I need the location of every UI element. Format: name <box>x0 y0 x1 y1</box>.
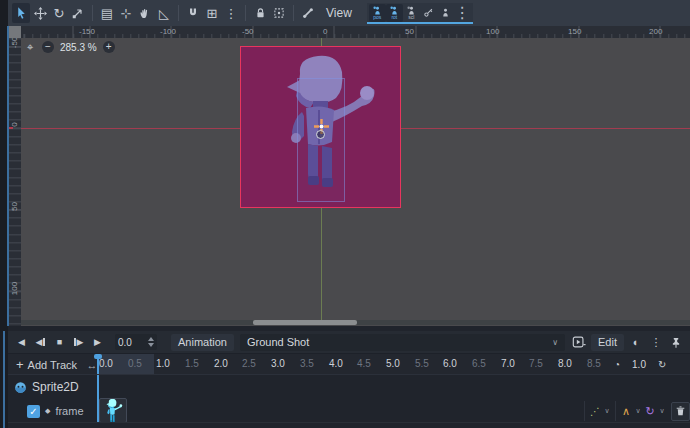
timeline-ruler-row: + Add Track ↔ 0.0 0.5 1.0 1.5 2.0 2.5 3.… <box>8 353 690 374</box>
plus-icon: + <box>16 357 24 372</box>
group-node-button[interactable] <box>270 3 288 23</box>
move-tool-button[interactable] <box>31 3 49 23</box>
spin-down-icon[interactable] <box>148 343 154 347</box>
auto-key-position-toggle[interactable]: pos <box>369 4 386 22</box>
pin-panel-button[interactable] <box>668 334 684 350</box>
animation-menu-button[interactable]: Animation <box>171 334 234 351</box>
animation-name: Ground Shot <box>247 336 309 348</box>
h-ruler-label: -150 <box>79 27 95 36</box>
chevron-down-icon[interactable]: ∨ <box>634 407 642 415</box>
h-scrollbar-thumb[interactable] <box>253 320 357 325</box>
play-icon: ▶ <box>77 337 84 347</box>
rotate-tool-button[interactable]: ↻ <box>50 3 68 23</box>
ruler-tool-button[interactable]: ◺ <box>155 3 173 23</box>
scale-tool-button[interactable] <box>69 3 87 23</box>
pan-tool-button[interactable] <box>136 3 154 23</box>
delete-track-button[interactable] <box>671 402 690 421</box>
panel-options-button[interactable]: ⋮ <box>648 334 664 350</box>
grid-snap-button[interactable]: ⊞ <box>203 3 221 23</box>
frame-track-row[interactable]: ✓ ◆ frame <box>8 398 96 424</box>
settings-divider <box>615 401 616 421</box>
view-menu-button[interactable]: View <box>318 3 360 23</box>
zoom-in-button[interactable]: + <box>103 41 115 53</box>
timeline-tick: 4.5 <box>357 358 385 369</box>
v-ruler-label: 50 <box>10 197 19 217</box>
timeline-tick: 6.0 <box>443 358 471 369</box>
toolbar-divider <box>178 5 179 21</box>
trash-icon <box>675 405 686 417</box>
play-icon: ▶ <box>94 337 101 347</box>
track-enabled-checkbox[interactable]: ✓ <box>27 405 40 418</box>
wrap-mode-icon[interactable]: ↻ <box>644 405 656 418</box>
autoplay-on-load-button[interactable] <box>571 334 587 350</box>
timeline-tick: 4.0 <box>329 358 357 369</box>
animation-menu-label: Animation <box>178 336 227 348</box>
h-ruler-label: -50 <box>242 27 254 36</box>
add-track-button[interactable]: + Add Track <box>12 356 81 373</box>
step-forward-button[interactable]: ▶ <box>71 334 86 350</box>
zoom-out-button[interactable]: − <box>42 41 54 53</box>
play-button[interactable]: ▶ <box>90 334 105 350</box>
spin-up-icon[interactable] <box>148 337 154 341</box>
play-backwards-button[interactable]: ◀ <box>14 334 29 350</box>
animation-key-group: pos rot scl ⋮ <box>367 3 473 24</box>
rotation-pivot-button[interactable]: ⊹ <box>117 3 135 23</box>
timeline-tick: 2.5 <box>242 358 270 369</box>
keyframe-diamond-icon: ◆ <box>45 407 50 415</box>
track-node-row[interactable]: Sprite2D <box>8 378 588 396</box>
track-row-separator <box>8 422 690 423</box>
2d-viewport[interactable]: ⌖ − 285.3 % + <box>21 38 690 326</box>
zoom-level[interactable]: 285.3 % <box>60 42 97 53</box>
timeline-tick: 1.0 <box>156 358 184 369</box>
time-spinbox[interactable]: 0.0 <box>115 334 157 350</box>
smart-snap-button[interactable] <box>184 3 202 23</box>
h-ruler-label: -100 <box>160 27 176 36</box>
select-tool-button[interactable] <box>12 3 30 23</box>
timeline-tick: 0.5 <box>128 358 156 369</box>
center-view-icon[interactable]: ⌖ <box>24 39 36 55</box>
track-property-name: frame <box>55 405 83 417</box>
onion-skinning-button[interactable]: ◐ <box>628 334 644 350</box>
zoom-controls: ⌖ − 285.3 % + <box>24 40 115 54</box>
chevron-down-icon[interactable]: ∨ <box>658 407 666 415</box>
animation-name-dropdown[interactable]: Ground Shot ∨ <box>240 334 565 351</box>
timeline-tick: 7.5 <box>529 358 557 369</box>
step-bar <box>43 338 45 346</box>
animation-panel: ◀ ◀ ■ ▶ ▶ 0.0 Animation Ground Shot ∨ Ed… <box>8 331 690 428</box>
time-value: 0.0 <box>118 337 148 348</box>
key-options-menu-button[interactable]: ⋮ <box>454 4 471 22</box>
stop-button[interactable]: ■ <box>52 334 67 350</box>
lock-node-button[interactable] <box>251 3 269 23</box>
step-backward-button[interactable]: ◀ <box>33 334 48 350</box>
vertical-dots-icon: ⋮ <box>651 336 662 349</box>
chevron-down-icon[interactable]: ∨ <box>603 407 611 415</box>
snapping-options-button[interactable]: ⋮ <box>222 3 240 23</box>
canvas-toolbar: ↻ ▤ ⊹ ◺ ⊞ ⋮ View pos <box>8 0 690 26</box>
interpolation-mode-icon[interactable]: ∧ <box>620 405 632 418</box>
loop-icon[interactable]: ↻ <box>658 359 666 370</box>
skeleton-options-button[interactable] <box>299 3 317 23</box>
key-rot-label: rot <box>391 15 397 20</box>
skeleton-key-button[interactable] <box>437 4 454 22</box>
auto-key-scale-toggle[interactable]: scl <box>403 4 420 22</box>
ruler-corner <box>8 26 21 38</box>
rotate-icon: ↻ <box>54 6 65 21</box>
insert-key-button[interactable] <box>420 4 437 22</box>
update-mode-icon[interactable]: ⋰ <box>589 406 601 417</box>
timeline-tick: 0.0 <box>99 358 127 369</box>
ruler-icon: ◺ <box>159 6 169 21</box>
playhead-handle[interactable] <box>94 354 102 359</box>
timeline-tick: 8.0 <box>558 358 586 369</box>
toolbar-divider <box>92 5 93 21</box>
selectable-list-button[interactable]: ▤ <box>98 3 116 23</box>
toolbar-divider <box>293 5 294 21</box>
vertical-dots-icon: ⋮ <box>454 3 470 22</box>
sprite2d-icon <box>14 381 27 394</box>
timeline-tick: 3.5 <box>300 358 328 369</box>
edit-menu-button[interactable]: Edit <box>591 334 624 351</box>
auto-key-rotation-toggle[interactable]: rot <box>386 4 403 22</box>
animation-length-value[interactable]: 1.0 <box>632 359 646 370</box>
animation-length-icon[interactable]: ◔ <box>614 359 620 370</box>
keyframe-thumbnail[interactable] <box>99 398 127 423</box>
add-track-label: Add Track <box>28 359 78 371</box>
